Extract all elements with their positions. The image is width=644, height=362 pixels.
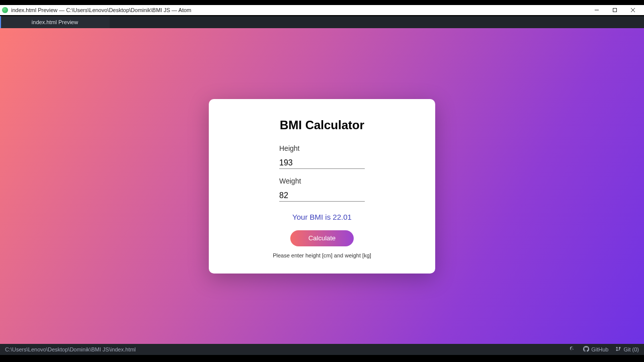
window-title: index.html Preview — C:\Users\Lenovo\Des… <box>11 7 191 13</box>
tab-preview[interactable]: index.html Preview <box>0 16 110 28</box>
calculate-button-label: Calculate <box>308 234 336 242</box>
letterbox-bottom <box>0 355 644 362</box>
status-github[interactable]: GitHub <box>583 346 608 353</box>
github-label: GitHub <box>591 346 608 352</box>
git-label: Git (0) <box>623 346 639 352</box>
close-button[interactable] <box>624 5 642 15</box>
height-label: Height <box>279 144 365 152</box>
preview-pane: BMI Calculator Height Weight Your BMI is… <box>0 28 644 344</box>
tab-label: index.html Preview <box>32 19 78 25</box>
card-title: BMI Calculator <box>280 118 364 132</box>
status-telemetry[interactable] <box>570 346 576 353</box>
bmi-card: BMI Calculator Height Weight Your BMI is… <box>209 99 435 274</box>
weight-label: Weight <box>279 177 365 185</box>
status-file-path[interactable]: C:\Users\Lenovo\Desktop\Dominik\BMI JS\i… <box>5 346 136 352</box>
height-input[interactable] <box>279 156 365 169</box>
git-branch-icon <box>615 346 621 353</box>
atom-tab-bar: index.html Preview <box>0 15 644 28</box>
status-git[interactable]: Git (0) <box>615 346 639 353</box>
hint-text: Please enter height [cm] and weight [kg] <box>273 252 371 258</box>
minimize-button[interactable] <box>588 5 606 15</box>
bmi-result: Your BMI is 22.01 <box>292 213 352 221</box>
atom-status-bar: C:\Users\Lenovo\Desktop\Dominik\BMI JS\i… <box>0 344 644 355</box>
broadcast-icon <box>570 346 576 353</box>
os-titlebar: index.html Preview — C:\Users\Lenovo\Des… <box>0 5 644 15</box>
github-icon <box>583 346 589 353</box>
calculate-button[interactable]: Calculate <box>290 230 354 246</box>
svg-rect-1 <box>613 9 617 12</box>
maximize-button[interactable] <box>606 5 624 15</box>
atom-app-icon <box>2 7 8 13</box>
weight-input[interactable] <box>279 189 365 202</box>
height-field-group: Height Weight <box>279 144 365 210</box>
letterbox-top <box>0 0 644 5</box>
